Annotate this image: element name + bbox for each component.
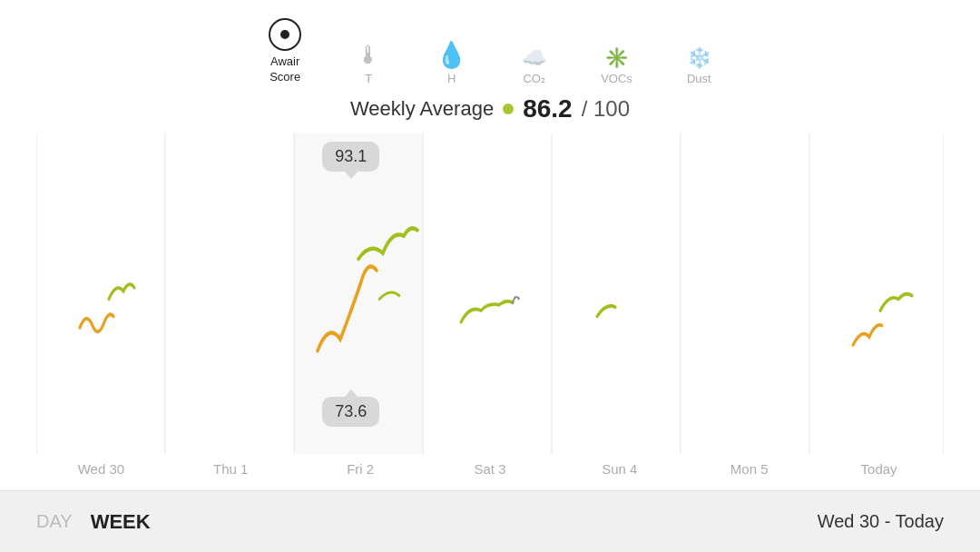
vocs-label: VOCs — [601, 72, 632, 85]
weekly-average-label: Weekly Average — [350, 97, 494, 121]
temperature-label: T — [365, 72, 372, 85]
day-label-thu1: Thu 1 — [166, 461, 296, 481]
temperature-icon-item[interactable]: 🌡 T — [356, 43, 381, 85]
day-label-wed30: Wed 30 — [36, 461, 166, 481]
score-max: / 100 — [582, 96, 630, 122]
score-dot — [503, 104, 514, 114]
dust-icon-item[interactable]: ❄️ Dust — [687, 48, 711, 85]
temperature-icon: 🌡 — [356, 43, 381, 68]
nav-date-range: Wed 30 - Today — [818, 511, 944, 532]
nav-tabs: DAY WEEK — [36, 510, 151, 534]
humidity-icon-item[interactable]: 💧 H — [436, 43, 467, 85]
callout-low: 73.6 — [322, 397, 379, 427]
main-content: AwairScore 🌡 T 💧 H ☁️ CO₂ ✳️ VOCs ❄️ Dus… — [0, 0, 980, 490]
humidity-icon: 💧 — [436, 43, 467, 68]
callout-high: 93.1 — [322, 142, 379, 172]
score-value: 86.2 — [523, 94, 573, 123]
chart-grid: 93.1 73.6 — [36, 133, 944, 454]
co2-icon: ☁️ — [522, 48, 546, 68]
awair-score-icon — [269, 18, 301, 51]
chart-area: 93.1 73.6 Wed 30 Thu 1 Fri 2 Sat 3 Sun 4… — [36, 133, 944, 481]
day-label-sun4: Sun 4 — [554, 461, 684, 481]
vocs-icon: ✳️ — [604, 48, 629, 68]
co2-label: CO₂ — [523, 72, 545, 85]
nav-bar: DAY WEEK Wed 30 - Today — [0, 490, 980, 552]
day-label-today: Today — [814, 461, 944, 481]
dust-label: Dust — [687, 72, 711, 85]
dust-icon: ❄️ — [687, 48, 711, 68]
awair-score-icon-item[interactable]: AwairScore — [269, 18, 301, 85]
vocs-icon-item[interactable]: ✳️ VOCs — [601, 48, 632, 85]
weekly-average-row: Weekly Average 86.2 / 100 — [36, 94, 944, 123]
tab-day[interactable]: DAY — [36, 511, 73, 532]
day-labels: Wed 30 Thu 1 Fri 2 Sat 3 Sun 4 Mon 5 Tod… — [36, 454, 944, 481]
day-label-sat3: Sat 3 — [426, 461, 555, 481]
tab-week[interactable]: WEEK — [91, 510, 151, 534]
chart-svg — [36, 133, 944, 454]
header-icons: AwairScore 🌡 T 💧 H ☁️ CO₂ ✳️ VOCs ❄️ Dus… — [36, 18, 944, 85]
day-label-mon5: Mon 5 — [684, 461, 814, 481]
day-label-fri2: Fri 2 — [296, 461, 426, 481]
co2-icon-item[interactable]: ☁️ CO₂ — [522, 48, 546, 85]
humidity-label: H — [447, 72, 456, 85]
awair-score-label: AwairScore — [270, 54, 300, 85]
